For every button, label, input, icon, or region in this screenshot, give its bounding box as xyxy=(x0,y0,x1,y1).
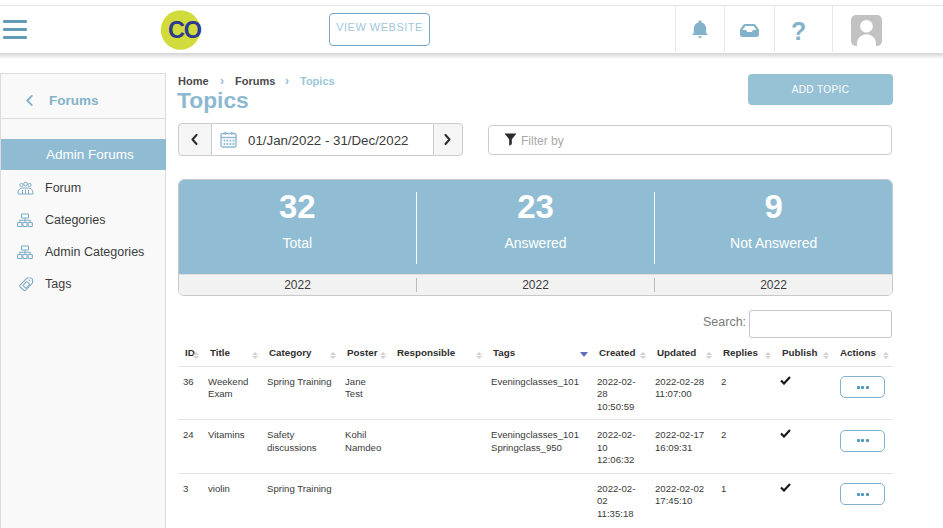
svg-text:CO: CO xyxy=(168,17,202,43)
